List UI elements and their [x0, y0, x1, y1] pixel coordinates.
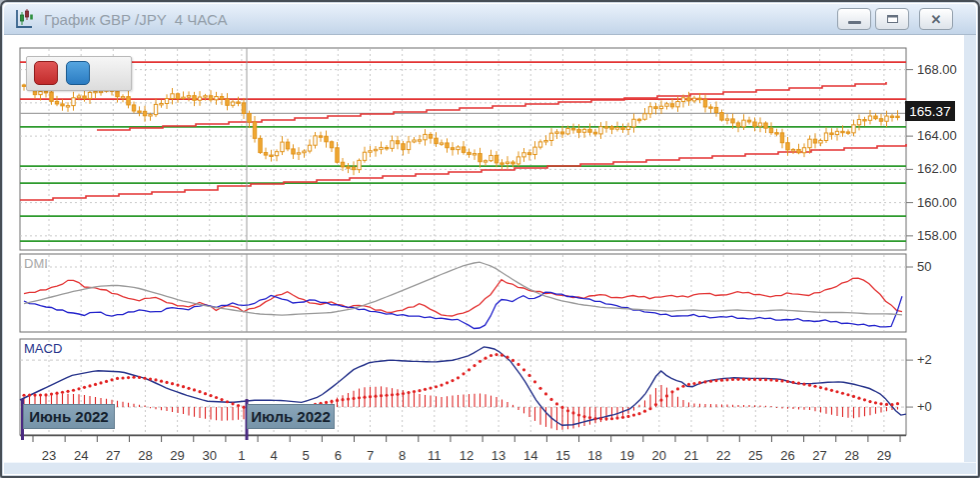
macd-axis-label: +2 [917, 351, 932, 369]
chart-window: График GBP /JPY 4 ЧАСА ✕ DMI MACD Июнь 2… [0, 0, 980, 478]
buy-marker-button[interactable] [66, 61, 90, 85]
price-axis-label: 168.00 [917, 61, 957, 79]
price-axis-label: 158.00 [917, 227, 957, 245]
dmi-indicator-label: DMI [24, 256, 48, 271]
chart-toolbar [26, 56, 132, 91]
price-axis-label: 160.00 [917, 194, 957, 212]
price-axis-label: 162.00 [917, 160, 957, 178]
month-label-july: Июль 2022 [247, 404, 335, 429]
price-axis-label: 164.00 [917, 127, 957, 145]
bottom-margin-strip [4, 462, 976, 474]
macd-axis-label: +0 [917, 398, 932, 416]
right-margin-strip [964, 35, 976, 463]
current-price-badge: 165.37 [905, 101, 955, 121]
chart-canvas[interactable] [2, 2, 980, 478]
sell-marker-button[interactable] [34, 61, 58, 85]
macd-indicator-label: MACD [24, 341, 62, 356]
dmi-axis-label: 50 [917, 258, 931, 276]
month-label-june: Июнь 2022 [23, 404, 115, 429]
